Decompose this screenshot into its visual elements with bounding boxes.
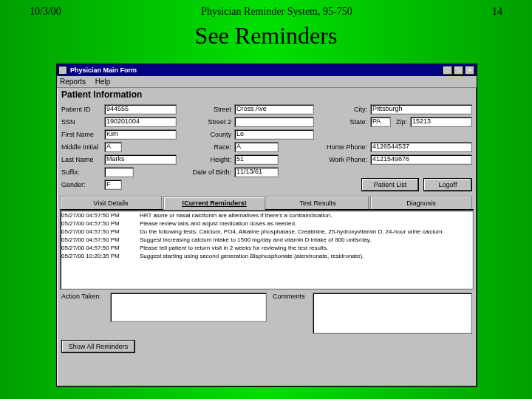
reminder-timestamp: 05/27/00 04:57:50 PM bbox=[61, 219, 140, 228]
reminder-row[interactable]: 05/27/00 04:57:50 PMHRT alone or nasal c… bbox=[61, 211, 472, 219]
field-street2[interactable] bbox=[234, 117, 314, 127]
reminder-row[interactable]: 05/27/00 04:57:50 PMDo the following tes… bbox=[61, 228, 472, 236]
field-last-name[interactable]: Marks bbox=[104, 154, 177, 165]
label-race: Race: bbox=[185, 143, 234, 151]
patient-list-button[interactable]: Patient List bbox=[361, 178, 419, 191]
field-middle-initial[interactable]: A bbox=[104, 142, 122, 152]
logoff-button[interactable]: Logoff bbox=[423, 178, 472, 191]
reminder-timestamp: 05/27/00 04:57:50 PM bbox=[61, 211, 140, 219]
reminder-timestamp: 05/27/00 04:57:50 PM bbox=[61, 244, 140, 252]
tab-test-results[interactable]: Test Results bbox=[267, 196, 369, 209]
reminder-list[interactable]: 05/27/00 04:57:50 PMHRT alone or nasal c… bbox=[60, 210, 474, 290]
label-state: State: bbox=[323, 118, 370, 126]
label-action-taken: Action Taken: bbox=[61, 293, 110, 334]
reminder-text: Suggest starting using second generation… bbox=[140, 252, 472, 260]
tab-bar: Visit Details !Current Reminders! Test R… bbox=[60, 196, 474, 210]
field-street[interactable]: Cross Ave bbox=[234, 104, 314, 115]
show-all-reminders-button[interactable]: Show All Reminders bbox=[61, 340, 135, 353]
app-icon bbox=[58, 66, 67, 75]
label-home-phone: Home Phone: bbox=[323, 143, 370, 151]
label-first-name: First Name bbox=[61, 131, 104, 138]
label-comments: Comments bbox=[273, 293, 313, 334]
field-height[interactable]: 51 bbox=[234, 154, 279, 165]
field-comments[interactable] bbox=[313, 293, 472, 334]
tab-current-reminders[interactable]: !Current Reminders! bbox=[163, 197, 265, 210]
field-suffix[interactable] bbox=[104, 167, 134, 177]
reminder-text: Please review labs and adjust medication… bbox=[140, 219, 472, 228]
close-button[interactable]: × bbox=[465, 66, 475, 75]
reminder-timestamp: 05/27/00 10:20:35 PM bbox=[61, 252, 140, 260]
reminder-row[interactable]: 05/27/00 04:57:50 PMPlease review labs a… bbox=[61, 219, 472, 228]
slide-page: 14 bbox=[492, 6, 502, 18]
label-dob: Date of Birth: bbox=[185, 168, 234, 176]
field-dob[interactable]: 11/13/61 bbox=[234, 167, 279, 177]
tab-visit-details[interactable]: Visit Details bbox=[60, 196, 162, 209]
app-window: Physician Main Form _ □ × Reports Help P… bbox=[56, 64, 477, 387]
field-state[interactable]: PA bbox=[370, 117, 391, 127]
reminder-timestamp: 05/27/00 04:57:50 PM bbox=[61, 236, 140, 244]
label-gender: Gender: bbox=[61, 181, 104, 188]
tab-diagnosis[interactable]: Diagnosis bbox=[370, 196, 472, 209]
label-height: Height: bbox=[185, 156, 234, 163]
label-patient-id: Patient ID bbox=[61, 106, 104, 113]
field-action-taken[interactable] bbox=[110, 293, 267, 322]
field-patient-id[interactable]: 944555 bbox=[104, 104, 177, 115]
slide-date: 10/3/00 bbox=[30, 6, 61, 18]
titlebar[interactable]: Physician Main Form _ □ × bbox=[57, 64, 477, 76]
label-street2: Street 2 bbox=[185, 118, 234, 126]
reminder-row[interactable]: 05/27/00 04:57:50 PMPlease tell patient … bbox=[61, 244, 472, 252]
reminder-text: Suggest increasing calcium intake to 150… bbox=[140, 236, 472, 244]
section-title: Patient Information bbox=[57, 88, 477, 101]
slide-title: See Reminders bbox=[0, 22, 532, 50]
reminder-row[interactable]: 05/27/00 10:20:35 PMSuggest starting usi… bbox=[61, 252, 472, 260]
label-middle-initial: Middle Initial bbox=[61, 143, 104, 151]
field-ssn[interactable]: 190201004 bbox=[104, 117, 177, 127]
label-zip: Zip: bbox=[391, 118, 410, 126]
label-suffix: Suffix: bbox=[61, 168, 104, 176]
reminder-row[interactable]: 05/27/00 04:57:50 PMSuggest increasing c… bbox=[61, 236, 472, 244]
maximize-button[interactable]: □ bbox=[454, 66, 464, 75]
label-county: County bbox=[185, 131, 234, 138]
label-last-name: Last Name bbox=[61, 156, 104, 163]
field-county[interactable]: Le bbox=[234, 129, 314, 140]
field-gender[interactable]: F bbox=[104, 180, 122, 190]
label-city: City: bbox=[323, 106, 370, 113]
window-title: Physician Main Form bbox=[70, 66, 137, 74]
menubar: Reports Help bbox=[57, 76, 477, 88]
reminder-text: Do the following tests: Calcium, PO4, Al… bbox=[140, 228, 472, 236]
field-first-name[interactable]: Kim bbox=[104, 129, 177, 140]
field-race[interactable]: A bbox=[234, 142, 279, 152]
slide-header: Physician Reminder System, 95-750 bbox=[201, 6, 352, 18]
menu-reports[interactable]: Reports bbox=[60, 78, 86, 86]
field-work-phone[interactable]: 4121549876 bbox=[370, 154, 472, 165]
patient-form: Patient ID944555 SSN190201004 First Name… bbox=[57, 101, 477, 194]
label-street: Street bbox=[185, 106, 234, 113]
minimize-button[interactable]: _ bbox=[443, 66, 453, 75]
reminder-text: HRT alone or nasal calcitonin are altern… bbox=[140, 211, 472, 219]
field-city[interactable]: Pittsburgh bbox=[370, 104, 472, 115]
reminder-timestamp: 05/27/00 04:57:50 PM bbox=[61, 228, 140, 236]
label-work-phone: Work Phone: bbox=[323, 156, 370, 163]
menu-help[interactable]: Help bbox=[95, 78, 111, 86]
field-home-phone[interactable]: 4126544537 bbox=[370, 142, 472, 152]
label-ssn: SSN bbox=[61, 118, 104, 126]
reminder-text: Please tell patient to return visit in 2… bbox=[140, 244, 472, 252]
field-zip[interactable]: 15213 bbox=[410, 117, 472, 127]
